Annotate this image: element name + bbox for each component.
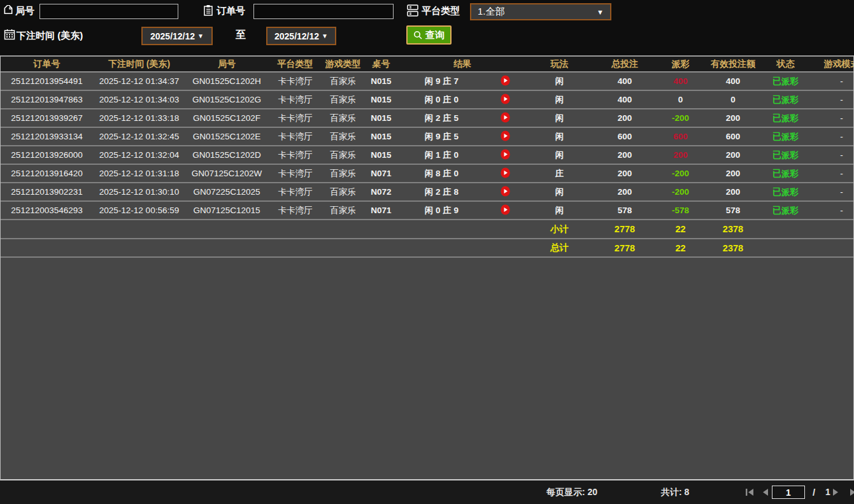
platform-cell: 卡卡湾厅: [268, 168, 322, 179]
subtotal-row: 小计 2778 22 2378: [1, 220, 853, 239]
play-type-cell: 闲: [526, 150, 593, 161]
order-number-cell: 251212013933134: [1, 132, 93, 141]
status-badge: 已派彩: [762, 168, 809, 179]
replay-cell: [485, 167, 526, 180]
play-type-cell: 闲: [526, 205, 593, 216]
table-body: 251212013954491 2025-12-12 01:34:37 GN01…: [1, 73, 853, 220]
replay-cell: [485, 204, 526, 217]
table-row: 251212013902231 2025-12-12 01:30:10 GN07…: [1, 183, 853, 202]
header-cell: 状态: [762, 59, 809, 70]
subtotal-label: 小计: [526, 223, 593, 235]
grand-total-row: 总计 2778 22 2378: [1, 239, 853, 258]
platform-type-select[interactable]: 1.全部 ▼: [470, 3, 611, 20]
replay-cell: [485, 186, 526, 199]
chevron-down-icon: ▼: [322, 32, 328, 39]
payout-cell: 0: [657, 95, 704, 104]
play-icon[interactable]: [500, 112, 511, 123]
grand-total-payout: 22: [657, 243, 704, 253]
play-icon[interactable]: [500, 186, 511, 197]
table-number-cell: N015: [364, 76, 399, 86]
calendar-icon: [4, 29, 15, 40]
search-icon: [413, 31, 423, 40]
game-type-cell: 百家乐: [322, 94, 364, 106]
bet-time-label: 下注时间 (美东): [17, 30, 83, 42]
date-to-picker[interactable]: 2025/12/12 ▼: [266, 27, 336, 45]
payout-cell: 400: [657, 76, 704, 86]
play-icon[interactable]: [500, 75, 511, 86]
date-from-picker[interactable]: 2025/12/12 ▼: [141, 27, 213, 45]
game-mode-cell: -: [809, 95, 854, 104]
round-number-input[interactable]: [39, 4, 178, 19]
grand-total-valid-bet: 2378: [704, 243, 762, 253]
game-mode-cell: -: [809, 187, 854, 197]
subtotal-valid-bet: 2378: [704, 224, 762, 234]
result-cell: 闲 2 庄 8: [399, 186, 485, 198]
page-separator: /: [813, 487, 815, 498]
result-cell: 闲 2 庄 5: [399, 113, 485, 124]
platform-cell: 卡卡湾厅: [268, 131, 322, 143]
play-icon[interactable]: [500, 130, 511, 141]
first-page-button[interactable]: [744, 487, 755, 497]
order-number-cell: 251212013954491: [1, 76, 93, 86]
total-bet-cell: 578: [593, 206, 657, 215]
game-mode-cell: -: [809, 206, 854, 215]
replay-cell: [485, 130, 526, 143]
chevron-down-icon: ▼: [597, 8, 604, 16]
bet-time-cell: 2025-12-12 01:34:37: [93, 76, 185, 86]
valid-bet-cell: 200: [704, 113, 762, 123]
order-number-label: 订单号: [217, 5, 245, 17]
payout-cell: 600: [657, 132, 704, 141]
round-number-cell: GN01525C1202D: [185, 150, 268, 160]
platform-cell: 卡卡湾厅: [268, 94, 322, 106]
header-cell: 结果: [399, 59, 526, 70]
play-icon[interactable]: [500, 149, 511, 160]
table-row: 251212013933134 2025-12-12 01:32:45 GN01…: [1, 128, 853, 146]
header-cell: 订单号: [1, 59, 93, 70]
table-row: 251212013954491 2025-12-12 01:34:37 GN01…: [1, 73, 853, 91]
grand-total-label: 总计: [526, 242, 593, 254]
platform-cell: 卡卡湾厅: [268, 150, 322, 161]
header-cell: 游戏模式: [809, 59, 854, 70]
play-icon[interactable]: [500, 167, 511, 178]
play-icon[interactable]: [500, 204, 511, 215]
status-badge: 已派彩: [762, 94, 809, 106]
last-page-button[interactable]: [848, 487, 854, 497]
header-cell: 桌号: [364, 59, 399, 70]
header-cell: 局号: [185, 59, 268, 70]
header-cell: 派彩: [657, 59, 704, 70]
valid-bet-cell: 0: [704, 95, 762, 104]
platform-type-value: 1.全部: [478, 6, 505, 18]
replay-cell: [485, 75, 526, 88]
game-type-cell: 百家乐: [322, 150, 364, 161]
subtotal-total-bet: 2778: [593, 224, 657, 234]
replay-cell: [485, 112, 526, 125]
order-number-input[interactable]: [253, 4, 394, 19]
game-mode-cell: -: [809, 150, 854, 160]
play-icon[interactable]: [500, 94, 511, 104]
order-number-cell: 251212013939267: [1, 113, 93, 123]
query-button[interactable]: 查询: [406, 25, 452, 45]
bet-time-cell: 2025-12-12 01:31:18: [93, 169, 185, 178]
replay-cell: [485, 149, 526, 162]
page-number-input[interactable]: [772, 486, 805, 499]
order-number-cell: 251212013947863: [1, 95, 93, 104]
play-type-cell: 庄: [526, 168, 593, 179]
to-label: 至: [236, 29, 246, 42]
total-count-text: 共计: 8: [661, 487, 689, 498]
platform-type-label: 平台类型: [422, 5, 460, 17]
prev-page-button[interactable]: [759, 487, 771, 497]
game-mode-cell: -: [809, 113, 854, 123]
total-bet-cell: 200: [593, 113, 657, 123]
game-mode-cell: -: [809, 169, 854, 178]
table-number-cell: N015: [364, 95, 399, 104]
valid-bet-cell: 200: [704, 187, 762, 197]
round-number-label: 局号: [15, 5, 34, 17]
date-to-value: 2025/12/12: [274, 31, 319, 41]
table-row: 251212013926000 2025-12-12 01:32:04 GN01…: [1, 146, 853, 165]
replay-cell: [485, 94, 526, 106]
chevron-down-icon: ▼: [197, 32, 204, 39]
bet-order-query-window: 局号 订单号 平台类型 1.全部 ▼: [0, 0, 854, 504]
next-page-button[interactable]: [830, 487, 841, 497]
bet-time-cell: 2025-12-12 01:33:18: [93, 113, 185, 123]
total-bet-cell: 600: [593, 132, 657, 141]
